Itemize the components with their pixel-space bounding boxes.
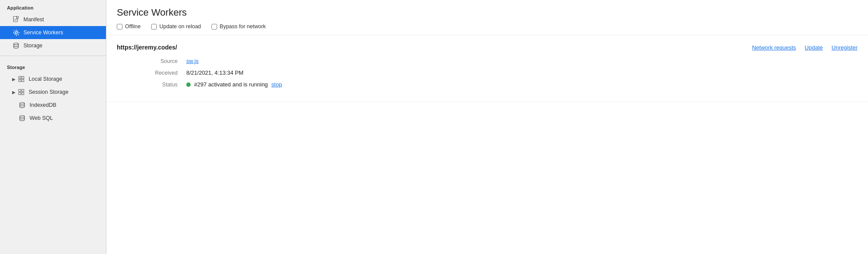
- sidebar-item-local-storage[interactable]: ▶ Local Storage: [0, 73, 106, 86]
- sw-url: https://jeremy.codes/: [117, 44, 177, 51]
- service-worker-entry: https://jeremy.codes/ Network requests U…: [106, 35, 868, 102]
- sw-source-file[interactable]: sw.js: [186, 58, 198, 64]
- received-value: 8/21/2021, 4:13:34 PM: [186, 69, 244, 76]
- svg-point-5: [14, 43, 19, 45]
- sidebar: Application Manifest Service Workers: [0, 0, 106, 254]
- status-label: Status: [143, 82, 178, 88]
- svg-rect-10: [19, 89, 21, 92]
- options-row: Offline Update on reload Bypass for netw…: [117, 23, 858, 30]
- expand-arrow-session-storage[interactable]: ▶: [12, 90, 16, 95]
- svg-rect-6: [19, 76, 21, 79]
- network-requests-link[interactable]: Network requests: [752, 44, 796, 51]
- sidebar-item-storage[interactable]: Storage: [0, 39, 106, 52]
- storage-section-header: Storage: [0, 59, 106, 73]
- svg-rect-9: [22, 79, 24, 82]
- grid-icon-local-storage: [17, 75, 25, 83]
- update-on-reload-checkbox-label[interactable]: Update on reload: [151, 23, 201, 30]
- status-text: #297 activated and is running: [194, 81, 268, 88]
- database-icon-web-sql: [18, 114, 26, 122]
- bypass-for-network-label: Bypass for network: [220, 23, 266, 30]
- session-storage-label: Session Storage: [29, 89, 69, 95]
- sidebar-item-session-storage[interactable]: ▶ Session Storage: [0, 86, 106, 99]
- document-icon: [12, 16, 20, 23]
- svg-rect-1: [17, 16, 18, 18]
- update-on-reload-label: Update on reload: [159, 23, 201, 30]
- unregister-link[interactable]: Unregister: [832, 44, 858, 51]
- sidebar-divider: [0, 56, 106, 56]
- main-header: Service Workers Offline Update on reload…: [106, 0, 868, 35]
- svg-rect-13: [22, 92, 24, 95]
- svg-rect-7: [22, 76, 24, 79]
- svg-point-4: [15, 32, 17, 34]
- svg-rect-11: [22, 89, 24, 92]
- sidebar-item-indexeddb[interactable]: IndexedDB: [0, 99, 106, 112]
- update-link[interactable]: Update: [805, 44, 823, 51]
- offline-checkbox[interactable]: [117, 24, 122, 30]
- bypass-for-network-checkbox-label[interactable]: Bypass for network: [211, 23, 266, 30]
- storage-label: Storage: [23, 43, 43, 49]
- status-value-row: #297 activated and is running stop: [186, 81, 282, 88]
- status-dot: [186, 82, 191, 87]
- database-icon: [12, 42, 20, 49]
- expand-arrow-local-storage[interactable]: ▶: [12, 77, 16, 82]
- update-on-reload-checkbox[interactable]: [151, 24, 157, 30]
- main-content: Service Workers Offline Update on reload…: [106, 0, 868, 254]
- svg-rect-12: [19, 92, 21, 95]
- sw-status-row: Status #297 activated and is running sto…: [117, 81, 858, 88]
- received-label: Received: [143, 70, 178, 76]
- svg-point-15: [20, 115, 25, 117]
- gear-icon: [12, 29, 20, 36]
- stop-link[interactable]: stop: [271, 81, 282, 88]
- sw-source-row: Source sw.js: [117, 58, 858, 64]
- sw-received-row: Received 8/21/2021, 4:13:34 PM: [117, 69, 858, 76]
- service-workers-label: Service Workers: [23, 30, 63, 36]
- offline-checkbox-label[interactable]: Offline: [117, 23, 141, 30]
- page-title: Service Workers: [117, 7, 858, 18]
- sidebar-item-service-workers[interactable]: Service Workers: [0, 26, 106, 39]
- database-icon-indexeddb: [18, 101, 26, 109]
- manifest-label: Manifest: [23, 16, 44, 23]
- grid-icon-session-storage: [17, 88, 25, 96]
- svg-point-14: [20, 102, 25, 104]
- local-storage-label: Local Storage: [29, 76, 62, 82]
- indexeddb-label: IndexedDB: [30, 102, 56, 108]
- offline-label: Offline: [125, 23, 141, 30]
- sw-actions: Network requests Update Unregister: [752, 44, 858, 51]
- bypass-for-network-checkbox[interactable]: [211, 24, 217, 30]
- application-section-header: Application: [0, 0, 106, 13]
- sidebar-item-web-sql[interactable]: Web SQL: [0, 112, 106, 125]
- sw-header-row: https://jeremy.codes/ Network requests U…: [117, 44, 858, 51]
- source-label: Source: [143, 58, 178, 64]
- web-sql-label: Web SQL: [30, 115, 53, 121]
- svg-rect-8: [19, 79, 21, 82]
- sidebar-item-manifest[interactable]: Manifest: [0, 13, 106, 26]
